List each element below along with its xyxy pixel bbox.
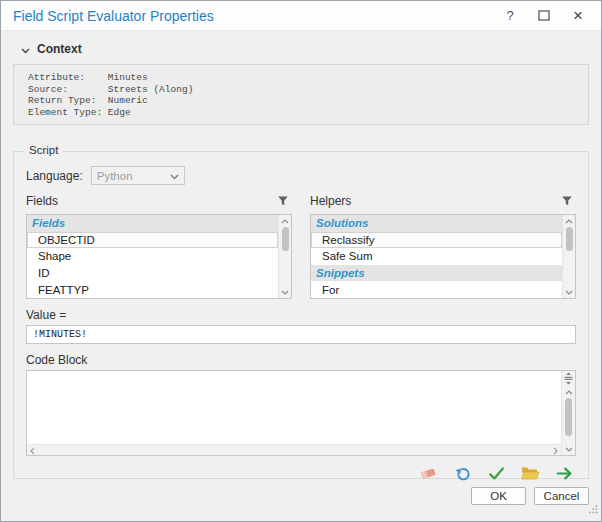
validate-check-icon[interactable] <box>487 464 506 483</box>
helpers-panel-header: Helpers <box>310 191 576 210</box>
fields-list: Fields OBJECTID Shape ID FEATTYP <box>26 214 292 299</box>
context-value: Streets (Along) <box>108 84 194 95</box>
list-item-safe-sum[interactable]: Safe Sum <box>311 248 562 265</box>
fields-panel-header: Fields <box>26 191 292 210</box>
context-header-label: Context <box>37 42 82 56</box>
close-button[interactable]: × <box>561 2 595 30</box>
undo-icon[interactable] <box>453 464 472 483</box>
close-icon: × <box>573 6 583 26</box>
helpers-filter-icon[interactable] <box>557 191 576 210</box>
list-item-shape[interactable]: Shape <box>27 248 278 265</box>
context-row-attribute: Attribute:Minutes <box>28 72 574 84</box>
context-row-element-type: Element Type:Edge <box>28 107 574 119</box>
group-header-label: Snippets <box>316 267 365 279</box>
dialog-footer: OK Cancel <box>1 487 601 505</box>
fields-filter-icon[interactable] <box>273 191 292 210</box>
splitter-handle-icon[interactable] <box>562 371 575 386</box>
panel-labels-row: Fields Helpers <box>26 191 576 210</box>
lists-row: Fields OBJECTID Shape ID FEATTYP <box>26 214 576 299</box>
code-block-label: Code Block <box>26 353 576 367</box>
helpers-scrollbar[interactable] <box>562 215 575 298</box>
language-label: Language: <box>26 169 83 183</box>
code-block-textarea[interactable] <box>27 371 561 455</box>
chevron-down-icon <box>170 170 179 182</box>
script-group-label: Script <box>24 144 63 156</box>
context-label: Source: <box>28 84 108 96</box>
list-item-feattyp[interactable]: FEATTYP <box>27 281 278 298</box>
list-item-id[interactable]: ID <box>27 265 278 282</box>
scroll-down-icon[interactable] <box>562 443 575 455</box>
scroll-left-icon[interactable] <box>30 441 35 459</box>
scroll-right-icon[interactable] <box>553 441 558 459</box>
value-label: Value = <box>26 308 576 322</box>
list-item-label: Safe Sum <box>322 250 373 262</box>
horizontal-scrollbar[interactable] <box>27 444 561 455</box>
scroll-down-icon[interactable] <box>279 286 291 298</box>
context-expander[interactable]: Context <box>13 40 589 57</box>
maximize-icon <box>538 7 550 25</box>
context-value: Numeric <box>108 95 148 106</box>
context-row-return-type: Return Type:Numeric <box>28 95 574 107</box>
context-info-box: Attribute:Minutes Source:Streets (Along)… <box>13 64 589 125</box>
scroll-up-icon[interactable] <box>563 215 575 227</box>
list-item-for[interactable]: For <box>311 281 562 298</box>
field-script-evaluator-dialog: Field Script Evaluator Properties ? × Co… <box>0 0 602 522</box>
list-item-label: FEATTYP <box>38 284 89 296</box>
list-item-label: Shape <box>38 250 71 262</box>
context-label: Element Type: <box>28 107 108 119</box>
list-item-label: For <box>322 284 339 296</box>
maximize-button[interactable] <box>527 2 561 30</box>
group-header-label: Solutions <box>316 217 368 229</box>
code-block <box>26 370 576 456</box>
list-item-label: Reclassify <box>322 234 374 246</box>
chevron-down-icon <box>21 40 30 58</box>
list-group-header: Fields <box>27 215 278 232</box>
scrollbar-thumb[interactable] <box>566 227 573 251</box>
context-value: Edge <box>108 107 131 118</box>
dialog-body: Context Attribute:Minutes Source:Streets… <box>1 40 601 479</box>
cancel-button[interactable]: Cancel <box>534 487 589 505</box>
list-group-header: Snippets <box>311 265 562 282</box>
context-value: Minutes <box>108 72 148 83</box>
dialog-title: Field Script Evaluator Properties <box>13 8 493 24</box>
open-folder-icon[interactable] <box>521 464 540 483</box>
group-header-label: Fields <box>32 217 65 229</box>
list-item-objectid[interactable]: OBJECTID <box>27 232 278 249</box>
scroll-up-icon[interactable] <box>279 215 291 227</box>
list-item-label: OBJECTID <box>38 234 95 246</box>
help-button[interactable]: ? <box>493 2 527 30</box>
title-bar: Field Script Evaluator Properties ? × <box>1 1 601 31</box>
scrollbar-thumb[interactable] <box>282 227 289 251</box>
language-dropdown[interactable]: Python <box>91 166 185 185</box>
language-row: Language: Python <box>26 166 576 185</box>
eraser-icon[interactable] <box>419 464 438 483</box>
value-input[interactable] <box>26 325 576 344</box>
scroll-up-icon[interactable] <box>562 386 575 398</box>
helpers-label: Helpers <box>310 194 351 208</box>
code-block-scrollbar[interactable] <box>561 371 575 455</box>
context-label: Attribute: <box>28 72 108 84</box>
context-row-source: Source:Streets (Along) <box>28 84 574 96</box>
list-item-label: ID <box>38 267 50 279</box>
scrollbar-thumb[interactable] <box>565 398 572 436</box>
script-group: Script Language: Python Fields <box>13 151 589 479</box>
resize-grip[interactable] <box>588 500 598 518</box>
scroll-down-icon[interactable] <box>563 286 575 298</box>
language-selected-value: Python <box>97 170 170 182</box>
help-icon: ? <box>506 8 513 23</box>
list-item-reclassify[interactable]: Reclassify <box>311 232 562 249</box>
fields-label: Fields <box>26 194 58 208</box>
helpers-list: Solutions Reclassify Safe Sum Snippets F… <box>310 214 576 299</box>
ok-button[interactable]: OK <box>471 487 526 505</box>
export-arrow-icon[interactable] <box>555 464 574 483</box>
list-group-header: Solutions <box>311 215 562 232</box>
fields-scrollbar[interactable] <box>278 215 291 298</box>
context-label: Return Type: <box>28 95 108 107</box>
script-toolbar <box>26 464 576 483</box>
